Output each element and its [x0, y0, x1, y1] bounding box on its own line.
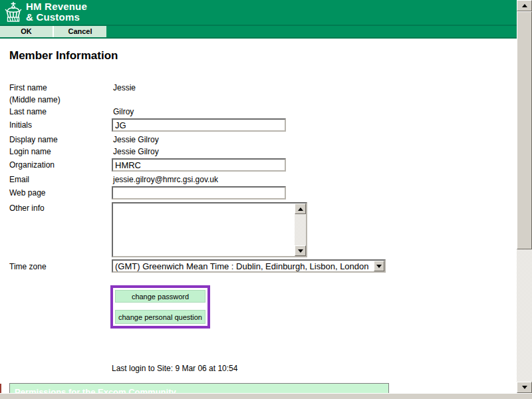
textarea-scrollbar[interactable]: [295, 203, 306, 256]
toolbar: OK Cancel: [0, 26, 517, 37]
web-page-label: Web page: [9, 188, 46, 198]
other-info-label: Other info: [9, 203, 45, 213]
header-divider-bottom: [0, 37, 517, 39]
login-name-value: Jessie Gilroy: [113, 147, 159, 156]
table-left-edge: [0, 384, 1, 393]
last-login-text: Last login to Site: 9 Mar 06 at 10:54: [112, 364, 237, 373]
time-zone-selected-value: (GMT) Greenwich Mean Time : Dublin, Edin…: [115, 261, 369, 271]
account-actions-box: change password change personal question: [110, 285, 210, 329]
page-title: Member Information: [9, 49, 118, 63]
time-zone-select[interactable]: (GMT) Greenwich Mean Time : Dublin, Edin…: [112, 259, 386, 273]
brand-line-2: & Customs: [26, 12, 87, 23]
permissions-section-title: Permissions for the Excom Community: [15, 387, 176, 393]
last-name-value: Gilroy: [113, 107, 134, 116]
other-info-textarea[interactable]: [112, 202, 307, 257]
change-password-button[interactable]: change password: [115, 290, 205, 303]
last-name-label: Last name: [9, 107, 47, 116]
organization-input[interactable]: [112, 158, 286, 172]
display-name-value: Jessie Gilroy: [113, 135, 159, 144]
chevron-down-icon[interactable]: [374, 261, 384, 271]
middle-name-label: (Middle name): [9, 95, 61, 104]
web-page-input[interactable]: [112, 186, 286, 200]
initials-input[interactable]: [112, 118, 286, 132]
textarea-scroll-down-icon[interactable]: [295, 245, 306, 256]
member-information-page: HM Revenue & Customs OK Cancel Member In…: [0, 0, 532, 399]
brand-line-1: HM Revenue: [26, 1, 87, 12]
page-scrollbar[interactable]: [517, 0, 532, 393]
display-name-label: Display name: [9, 135, 58, 144]
hmrc-header-banner: HM Revenue & Customs: [0, 0, 517, 25]
ok-button[interactable]: OK: [0, 26, 53, 37]
brand-title: HM Revenue & Customs: [26, 1, 87, 23]
scrollbar-thumb[interactable]: [517, 11, 532, 249]
first-name-label: First name: [9, 83, 47, 92]
change-personal-question-button[interactable]: change personal question: [115, 310, 205, 324]
textarea-scroll-up-icon[interactable]: [295, 203, 306, 214]
login-name-label: Login name: [9, 147, 51, 156]
cancel-button[interactable]: Cancel: [54, 26, 106, 37]
time-zone-label: Time zone: [9, 262, 47, 271]
first-name-value: Jessie: [113, 83, 136, 92]
window-bottom-strip: [0, 393, 532, 399]
email-value: jessie.gilroy@hmrc.gsi.gov.uk: [113, 175, 218, 184]
scroll-down-icon[interactable]: [517, 382, 532, 393]
initials-label: Initials: [9, 120, 32, 130]
permissions-section-header: Permissions for the Excom Community: [9, 383, 389, 393]
scroll-up-icon[interactable]: [517, 0, 532, 11]
organization-label: Organization: [9, 160, 55, 170]
email-label: Email: [9, 175, 29, 184]
crown-logo-icon: [3, 1, 24, 23]
